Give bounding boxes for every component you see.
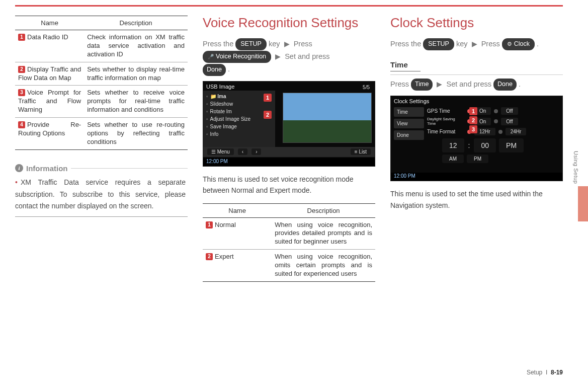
table-row: 1Data Radio ID Check information on XM t…	[15, 30, 188, 62]
voice-instructions: Press the SETUP key ▶ Press Voice Recogn…	[203, 38, 375, 76]
screenshot-title: USB Image	[203, 82, 375, 92]
page-footer: Setup I 8-19	[527, 369, 563, 376]
option-row: Time Format 12Hr 24Hr	[427, 128, 559, 135]
opt: 12Hr	[474, 128, 495, 135]
clock-screenshot: Clock Settings Time View Done GPS Time O…	[390, 96, 563, 181]
txt: Set and press	[446, 80, 493, 88]
voice-screenshot: USB Image 5/5 📁 Ima Slideshow Rotate Im …	[203, 81, 375, 167]
radio-icon	[494, 119, 498, 123]
time-instructions: Press Time ▶ Set and press Done .	[390, 78, 563, 91]
table-row: 4Provide Re-Routing Options Sets whether…	[15, 118, 188, 150]
txt: .	[519, 80, 521, 88]
txt: key	[269, 40, 282, 48]
clock-title: Clock Settings	[390, 16, 563, 31]
txt: .	[228, 65, 230, 73]
folder-row: 📁 Ima	[206, 93, 272, 100]
opt: Off	[501, 107, 518, 115]
tab: Done	[394, 130, 424, 140]
row-name: Display Traffic and Flow Data on Map	[18, 65, 81, 82]
done-pill: Done	[203, 64, 226, 76]
th-name: Name	[15, 16, 84, 30]
menu-row: Info	[206, 130, 272, 138]
txt: Ima	[217, 94, 226, 99]
menu-row: Slideshow	[206, 100, 272, 108]
option-row: Daylight Saving Time On Off	[427, 117, 559, 126]
screenshot-grid: GPS Time On Off Daylight Saving Time On …	[427, 107, 559, 163]
radio-icon	[498, 130, 502, 134]
chevron-right-icon: ▶	[284, 38, 290, 50]
txt: Press	[390, 80, 411, 88]
num-badge: 4	[18, 121, 25, 128]
row-name: Data Radio ID	[27, 33, 68, 41]
txt: Press	[481, 40, 502, 48]
done-pill: Done	[493, 79, 517, 91]
row-desc: Sets whether to display real-time traffi…	[84, 62, 188, 86]
information-body: •XM Traffic Data service requires a sepa…	[15, 177, 188, 217]
radio-icon	[494, 109, 498, 113]
colon: :	[467, 138, 471, 152]
menu-row: Adjust Image Size	[206, 115, 272, 123]
num-badge: 2	[206, 253, 213, 260]
footer-page: 8-19	[551, 369, 563, 376]
num-badge: 3	[18, 89, 25, 96]
table-row: 2Display Traffic and Flow Data on Map Se…	[15, 62, 188, 86]
th-name: Name	[203, 203, 272, 217]
num-badge: 2	[18, 66, 25, 73]
num-badge: 1	[18, 34, 25, 41]
info-title: Information	[26, 164, 68, 173]
txt: Press the	[203, 40, 235, 48]
voice-title: Voice Recognition Settings	[203, 16, 375, 31]
pm: PM	[467, 155, 488, 163]
row-name: Provide Re-Routing Options	[18, 121, 81, 137]
txt: Press the	[390, 40, 423, 48]
row-desc: Check information on XM traffic data ser…	[84, 30, 188, 62]
am: AM	[442, 155, 464, 163]
num-badge: 1	[206, 221, 213, 228]
bullet-icon: •	[15, 178, 18, 186]
column-middle: Voice Recognition Settings Press the SET…	[203, 16, 375, 292]
screenshot-image	[283, 93, 372, 143]
voice-table: Name Description 1Normal When using voic…	[203, 203, 375, 282]
row-desc: Sets whether to receive voice prompts fo…	[84, 86, 188, 118]
opt-label: Time Format	[427, 129, 464, 134]
list-button: ≡ List	[351, 148, 371, 155]
txt: Menu	[217, 149, 230, 155]
opt: 24Hr	[506, 128, 527, 135]
column-left: Name Description 1Data Radio ID Check in…	[15, 16, 188, 292]
side-tab-indicator	[578, 186, 588, 221]
opt-label: Daylight Saving Time	[427, 117, 464, 126]
mm: 00	[474, 138, 496, 152]
prev-button: ‹	[238, 148, 247, 155]
tab: View	[394, 119, 424, 128]
info-icon: i	[15, 164, 23, 172]
txt: List	[359, 149, 367, 155]
callout-1: 1	[264, 94, 272, 102]
txt: .	[537, 40, 539, 48]
footer-section: Setup	[527, 369, 542, 376]
voice-description: This menu is used to set voice recogniti…	[203, 174, 375, 196]
clock-instructions: Press the SETUP key ▶ Press Clock .	[390, 38, 563, 50]
txt: Set and press	[285, 52, 329, 60]
chevron-right-icon: ▶	[275, 51, 281, 63]
screenshot-bottombar: ☰ Menu ‹ › ≡ List	[203, 147, 375, 157]
column-right: Clock Settings Press the SETUP key ▶ Pre…	[390, 16, 563, 292]
row-desc: When using voice recognition, provides d…	[272, 217, 375, 250]
row-desc: When using voice recognition, omits cert…	[272, 250, 375, 282]
screenshot-clock: 12:00 PM	[391, 173, 562, 181]
next-button: ›	[251, 148, 261, 155]
table-row: 3Voice Prompt for Traffic and Flow Warni…	[15, 86, 188, 118]
opt: Off	[501, 118, 518, 125]
callout-1: 1	[469, 107, 477, 115]
page: Name Description 1Data Radio ID Check in…	[0, 0, 588, 383]
ampm: PM	[499, 138, 524, 152]
txt: key	[456, 40, 470, 48]
time-setter: 12 : 00 PM	[442, 138, 559, 152]
time-subheading: Time	[390, 60, 421, 71]
row-name: Voice Prompt for Traffic and Flow Warnin…	[18, 89, 81, 113]
footer-sep: I	[546, 369, 547, 376]
voice-recognition-pill: Voice Recognition	[203, 51, 271, 63]
row-name: Normal	[215, 221, 236, 228]
callout-2: 2	[264, 111, 272, 119]
callout-2: 2	[469, 116, 477, 124]
screenshot-clock: 12:00 PM	[203, 158, 375, 166]
